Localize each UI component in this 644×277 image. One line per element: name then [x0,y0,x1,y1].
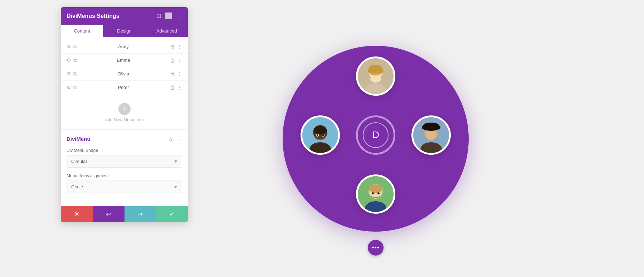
divimenu-section-title: DiviMenu [67,136,91,142]
delete-icon[interactable]: 🗑 [170,58,175,63]
divimenu-section-header: DiviMenu ∧ ⋮ [67,135,182,142]
add-item-label: Add New Menu Item [105,117,144,122]
divi-center-logo[interactable]: D [356,115,395,155]
svg-point-30 [377,192,380,194]
redo-button[interactable]: ↪ [125,206,156,222]
table-row: ⚙ ⧉ Peter 🗑 ⋮ [61,81,188,94]
item-left-icons: ⚙ ⧉ [67,44,77,50]
divimenu-section: DiviMenu ∧ ⋮ DiviMenu Shape Circular Squ… [61,129,188,206]
avatar-andy[interactable] [356,56,395,96]
tab-design[interactable]: Design [103,25,145,37]
item-left-icons: ⚙ ⧉ [67,84,77,90]
item-left-icons: ⚙ ⧉ [67,57,77,63]
settings-icon[interactable]: ⚙ [67,57,71,63]
avatar-olivia[interactable] [356,174,395,214]
avatar-peter[interactable] [301,115,340,155]
panel-header: DiviMenus Settings ⊡ ⬜ ⋮ [61,7,188,25]
item-right-icons: 🗑 ⋮ [170,71,182,77]
panel-body: ⚙ ⧉ Andy 🗑 ⋮ ⚙ ⧉ Emma 🗑 ⋮ [61,37,188,206]
item-right-icons: 🗑 ⋮ [170,58,182,63]
table-row: ⚙ ⧉ Olivia 🗑 ⋮ [61,67,188,81]
alignment-select[interactable]: Circle Grid Spiral [67,180,182,193]
more-options-icon[interactable]: ⋮ [177,44,182,50]
svg-point-23 [423,123,439,128]
shape-label: DiviMenu Shape [67,148,182,153]
table-row: ⚙ ⧉ Emma 🗑 ⋮ [61,54,188,67]
shape-select[interactable]: Circular Square Diamond [67,155,182,168]
svg-point-7 [370,75,381,83]
section-more-icon[interactable]: ⋮ [176,135,182,142]
avatar-emma[interactable] [411,115,451,155]
more-options-icon[interactable]: ⋮ [177,58,182,63]
save-button[interactable]: ✓ [156,206,188,222]
divi-d-icon: D [363,122,389,148]
cancel-button[interactable]: ✕ [61,206,93,222]
alignment-label: Menu Items alignment [67,173,182,178]
svg-point-12 [314,126,327,135]
delete-icon[interactable]: 🗑 [170,44,175,50]
alignment-field-group: Menu Items alignment Circle Grid Spiral [67,173,182,193]
svg-point-16 [322,134,324,136]
settings-panel: DiviMenus Settings ⊡ ⬜ ⋮ Content Design … [61,7,188,222]
delete-icon[interactable]: 🗑 [170,71,175,77]
panel-actions: ✕ ↩ ↪ ✓ [61,206,188,222]
settings-icon[interactable]: ⚙ [67,71,71,77]
item-name-emma: Emma [80,58,167,63]
duplicate-icon[interactable]: ⧉ [73,44,77,50]
settings-icon[interactable]: ⚙ [67,84,71,90]
shape-field-group: DiviMenu Shape Circular Square Diamond [67,148,182,168]
duplicate-icon[interactable]: ⧉ [73,57,77,63]
split-icon[interactable]: ⬜ [165,12,172,20]
trigger-button[interactable]: ••• [368,240,384,256]
add-new-menu-item-button[interactable]: + [118,103,131,115]
item-right-icons: 🗑 ⋮ [170,85,182,90]
item-name-peter: Peter [80,85,167,90]
tab-content[interactable]: Content [61,25,103,37]
viz-area: D [215,11,537,266]
section-header-icons: ∧ ⋮ [169,135,182,142]
item-name-andy: Andy [80,44,167,49]
duplicate-icon[interactable]: ⧉ [73,84,77,90]
more-options-icon[interactable]: ⋮ [177,85,182,90]
undo-button[interactable]: ↩ [93,206,125,222]
collapse-icon[interactable]: ∧ [169,135,173,142]
svg-rect-31 [369,188,382,191]
panel-header-icons: ⊡ ⬜ ⋮ [156,12,182,20]
more-options-icon[interactable]: ⋮ [177,71,182,77]
svg-rect-5 [368,69,384,73]
item-right-icons: 🗑 ⋮ [170,44,182,50]
svg-point-29 [372,192,374,194]
settings-icon[interactable]: ⚙ [67,44,71,50]
item-name-olivia: Olivia [80,71,167,76]
delete-icon[interactable]: 🗑 [170,85,175,90]
more-icon[interactable]: ⋮ [176,12,182,20]
panel-title: DiviMenus Settings [67,13,119,19]
circle-menu: D [283,46,469,232]
tab-advanced[interactable]: Advanced [146,25,188,37]
add-item-section: + Add New Menu Item [61,97,188,129]
svg-point-15 [317,134,318,136]
trigger-circle-icon[interactable]: ••• [368,240,384,256]
table-row: ⚙ ⧉ Andy 🗑 ⋮ [61,40,188,54]
panel-tabs: Content Design Advanced [61,25,188,37]
item-left-icons: ⚙ ⧉ [67,71,77,77]
duplicate-icon[interactable]: ⧉ [73,71,77,77]
menu-items-list: ⚙ ⧉ Andy 🗑 ⋮ ⚙ ⧉ Emma 🗑 ⋮ [61,37,188,97]
fullscreen-icon[interactable]: ⊡ [156,12,161,20]
